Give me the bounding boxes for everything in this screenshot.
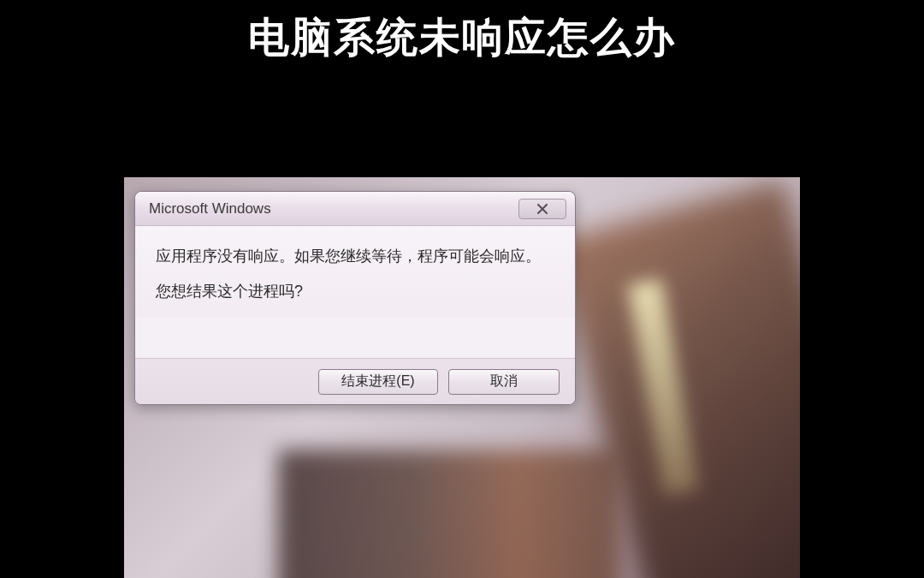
cancel-button[interactable]: 取消 [448, 369, 560, 395]
end-process-button[interactable]: 结束进程(E) [318, 369, 438, 395]
page-title: 电脑系统未响应怎么办 [0, 0, 924, 65]
dialog-titlebar[interactable]: Microsoft Windows [135, 192, 575, 226]
dialog-title: Microsoft Windows [149, 200, 271, 217]
windows-dialog: Microsoft Windows 应用程序没有响应。如果您继续等待，程序可能会… [134, 191, 576, 405]
dialog-body: 应用程序没有响应。如果您继续等待，程序可能会响应。 您想结果这个进程吗? [135, 226, 575, 317]
dialog-footer: 结束进程(E) 取消 [135, 358, 575, 404]
desktop-screenshot: Microsoft Windows 应用程序没有响应。如果您继续等待，程序可能会… [124, 177, 800, 578]
dialog-message-1: 应用程序没有响应。如果您继续等待，程序可能会响应。 [156, 245, 554, 268]
background-blur [278, 450, 620, 578]
close-button[interactable] [518, 199, 566, 219]
dialog-message-2: 您想结果这个进程吗? [156, 280, 554, 303]
close-icon [536, 204, 548, 214]
